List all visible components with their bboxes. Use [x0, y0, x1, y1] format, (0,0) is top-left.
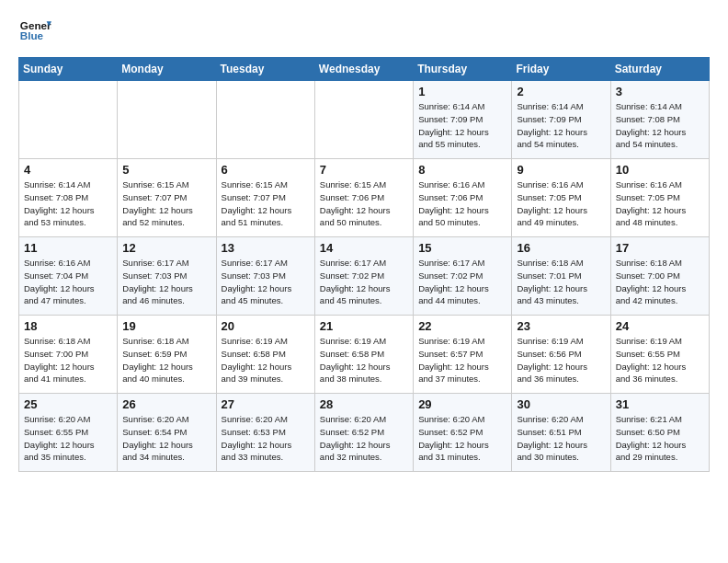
days-header-row: SundayMondayTuesdayWednesdayThursdayFrid…: [19, 58, 710, 81]
day-info: Sunrise: 6:18 AM Sunset: 7:01 PM Dayligh…: [517, 257, 605, 307]
week-row-5: 25Sunrise: 6:20 AM Sunset: 6:55 PM Dayli…: [19, 394, 710, 472]
calendar-page: General Blue SundayMondayTuesdayWednesda…: [0, 0, 728, 487]
logo-icon: General Blue: [18, 15, 51, 48]
day-info: Sunrise: 6:17 AM Sunset: 7:03 PM Dayligh…: [222, 257, 310, 307]
day-info: Sunrise: 6:16 AM Sunset: 7:05 PM Dayligh…: [616, 178, 704, 229]
calendar-cell: 11Sunrise: 6:16 AM Sunset: 7:04 PM Dayli…: [19, 237, 118, 316]
calendar-cell: 25Sunrise: 6:20 AM Sunset: 6:55 PM Dayli…: [19, 394, 118, 472]
day-info: Sunrise: 6:19 AM Sunset: 6:58 PM Dayligh…: [320, 335, 408, 385]
day-number: 21: [320, 319, 408, 333]
calendar-cell: 13Sunrise: 6:17 AM Sunset: 7:03 PM Dayli…: [216, 237, 314, 316]
calendar-cell: 29Sunrise: 6:20 AM Sunset: 6:52 PM Dayli…: [414, 394, 512, 472]
logo: General Blue: [18, 15, 51, 48]
day-info: Sunrise: 6:16 AM Sunset: 7:05 PM Dayligh…: [517, 178, 605, 229]
day-number: 4: [24, 163, 112, 177]
calendar-cell: 12Sunrise: 6:17 AM Sunset: 7:03 PM Dayli…: [118, 237, 216, 316]
day-info: Sunrise: 6:20 AM Sunset: 6:53 PM Dayligh…: [222, 413, 310, 464]
day-info: Sunrise: 6:15 AM Sunset: 7:07 PM Dayligh…: [222, 178, 310, 229]
day-header-wednesday: Wednesday: [314, 58, 413, 81]
calendar-cell: 16Sunrise: 6:18 AM Sunset: 7:01 PM Dayli…: [512, 237, 610, 316]
calendar-cell: 1Sunrise: 6:14 AM Sunset: 7:09 PM Daylig…: [414, 81, 512, 159]
day-number: 17: [616, 241, 704, 255]
calendar-cell: 18Sunrise: 6:18 AM Sunset: 7:00 PM Dayli…: [19, 316, 118, 394]
calendar-cell: [314, 81, 413, 159]
day-number: 18: [24, 319, 112, 333]
day-number: 10: [616, 163, 704, 177]
day-info: Sunrise: 6:19 AM Sunset: 6:56 PM Dayligh…: [517, 335, 605, 385]
day-number: 12: [122, 241, 210, 255]
day-info: Sunrise: 6:16 AM Sunset: 7:06 PM Dayligh…: [418, 178, 506, 229]
calendar-cell: 8Sunrise: 6:16 AM Sunset: 7:06 PM Daylig…: [414, 159, 512, 237]
day-number: 16: [517, 241, 605, 255]
day-number: 26: [122, 397, 210, 411]
day-info: Sunrise: 6:14 AM Sunset: 7:09 PM Dayligh…: [517, 100, 605, 151]
calendar-cell: [118, 81, 216, 159]
day-info: Sunrise: 6:18 AM Sunset: 7:00 PM Dayligh…: [616, 257, 704, 307]
day-number: 14: [320, 241, 408, 255]
calendar-cell: 27Sunrise: 6:20 AM Sunset: 6:53 PM Dayli…: [216, 394, 314, 472]
day-info: Sunrise: 6:14 AM Sunset: 7:09 PM Dayligh…: [418, 100, 506, 151]
calendar-cell: 6Sunrise: 6:15 AM Sunset: 7:07 PM Daylig…: [216, 159, 314, 237]
day-info: Sunrise: 6:20 AM Sunset: 6:55 PM Dayligh…: [24, 413, 112, 464]
calendar-cell: 7Sunrise: 6:15 AM Sunset: 7:06 PM Daylig…: [314, 159, 413, 237]
day-info: Sunrise: 6:20 AM Sunset: 6:51 PM Dayligh…: [517, 413, 605, 464]
day-number: 19: [122, 319, 210, 333]
day-number: 13: [222, 241, 310, 255]
day-info: Sunrise: 6:15 AM Sunset: 7:07 PM Dayligh…: [122, 178, 210, 229]
day-number: 25: [24, 397, 112, 411]
calendar-cell: 21Sunrise: 6:19 AM Sunset: 6:58 PM Dayli…: [314, 316, 413, 394]
day-number: 5: [122, 163, 210, 177]
day-info: Sunrise: 6:19 AM Sunset: 6:58 PM Dayligh…: [222, 335, 310, 385]
day-number: 24: [616, 319, 704, 333]
day-info: Sunrise: 6:18 AM Sunset: 7:00 PM Dayligh…: [24, 335, 112, 385]
svg-text:Blue: Blue: [20, 29, 44, 41]
day-number: 11: [24, 241, 112, 255]
day-info: Sunrise: 6:17 AM Sunset: 7:02 PM Dayligh…: [320, 257, 408, 307]
day-number: 22: [418, 319, 506, 333]
calendar-table: SundayMondayTuesdayWednesdayThursdayFrid…: [18, 57, 710, 472]
day-info: Sunrise: 6:20 AM Sunset: 6:54 PM Dayligh…: [122, 413, 210, 464]
day-info: Sunrise: 6:14 AM Sunset: 7:08 PM Dayligh…: [24, 178, 112, 229]
day-info: Sunrise: 6:19 AM Sunset: 6:57 PM Dayligh…: [418, 335, 506, 385]
day-number: 20: [222, 319, 310, 333]
day-number: 9: [517, 163, 605, 177]
day-header-thursday: Thursday: [414, 58, 512, 81]
calendar-cell: 19Sunrise: 6:18 AM Sunset: 6:59 PM Dayli…: [118, 316, 216, 394]
header: General Blue: [18, 15, 710, 48]
calendar-cell: 20Sunrise: 6:19 AM Sunset: 6:58 PM Dayli…: [216, 316, 314, 394]
day-number: 1: [418, 85, 506, 98]
calendar-cell: 31Sunrise: 6:21 AM Sunset: 6:50 PM Dayli…: [610, 394, 709, 472]
day-header-tuesday: Tuesday: [216, 58, 314, 81]
calendar-cell: 23Sunrise: 6:19 AM Sunset: 6:56 PM Dayli…: [512, 316, 610, 394]
day-number: 7: [320, 163, 408, 177]
week-row-2: 4Sunrise: 6:14 AM Sunset: 7:08 PM Daylig…: [19, 159, 710, 237]
day-info: Sunrise: 6:20 AM Sunset: 6:52 PM Dayligh…: [320, 413, 408, 464]
day-header-saturday: Saturday: [610, 58, 709, 81]
day-info: Sunrise: 6:17 AM Sunset: 7:03 PM Dayligh…: [122, 257, 210, 307]
calendar-cell: 10Sunrise: 6:16 AM Sunset: 7:05 PM Dayli…: [610, 159, 709, 237]
calendar-cell: 15Sunrise: 6:17 AM Sunset: 7:02 PM Dayli…: [414, 237, 512, 316]
day-number: 30: [517, 397, 605, 411]
calendar-cell: [19, 81, 118, 159]
day-header-monday: Monday: [118, 58, 216, 81]
day-number: 15: [418, 241, 506, 255]
calendar-cell: 22Sunrise: 6:19 AM Sunset: 6:57 PM Dayli…: [414, 316, 512, 394]
calendar-cell: 2Sunrise: 6:14 AM Sunset: 7:09 PM Daylig…: [512, 81, 610, 159]
calendar-cell: 26Sunrise: 6:20 AM Sunset: 6:54 PM Dayli…: [118, 394, 216, 472]
day-number: 29: [418, 397, 506, 411]
day-info: Sunrise: 6:19 AM Sunset: 6:55 PM Dayligh…: [616, 335, 704, 385]
calendar-cell: 14Sunrise: 6:17 AM Sunset: 7:02 PM Dayli…: [314, 237, 413, 316]
day-info: Sunrise: 6:15 AM Sunset: 7:06 PM Dayligh…: [320, 178, 408, 229]
day-header-friday: Friday: [512, 58, 610, 81]
calendar-cell: 9Sunrise: 6:16 AM Sunset: 7:05 PM Daylig…: [512, 159, 610, 237]
calendar-cell: 30Sunrise: 6:20 AM Sunset: 6:51 PM Dayli…: [512, 394, 610, 472]
day-number: 27: [222, 397, 310, 411]
day-number: 3: [616, 85, 704, 98]
calendar-cell: 4Sunrise: 6:14 AM Sunset: 7:08 PM Daylig…: [19, 159, 118, 237]
day-number: 8: [418, 163, 506, 177]
day-number: 23: [517, 319, 605, 333]
calendar-cell: 5Sunrise: 6:15 AM Sunset: 7:07 PM Daylig…: [118, 159, 216, 237]
week-row-1: 1Sunrise: 6:14 AM Sunset: 7:09 PM Daylig…: [19, 81, 710, 159]
day-info: Sunrise: 6:21 AM Sunset: 6:50 PM Dayligh…: [616, 413, 704, 464]
day-info: Sunrise: 6:14 AM Sunset: 7:08 PM Dayligh…: [616, 100, 704, 151]
